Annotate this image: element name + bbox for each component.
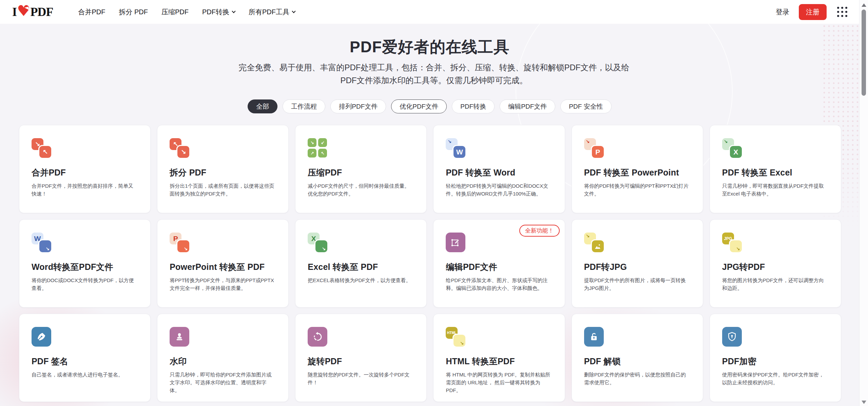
- pdf-to-powerpoint-icon: ↘P: [584, 138, 604, 158]
- filter-pill-organize-pdf[interactable]: 排列PDF文件: [330, 99, 386, 113]
- tool-title: 压缩PDF: [308, 167, 415, 178]
- nav-item-split-pdf[interactable]: 拆分 PDF: [119, 7, 148, 17]
- tool-title: 编辑PDF文件: [446, 261, 553, 273]
- tool-card-excel-to-pdf[interactable]: X↘Excel 转换至 PDF把EXCEL表格转换为PDF文件，以方便查看。: [295, 219, 427, 308]
- ilovepdf-logo[interactable]: I ♥ PDF: [12, 5, 53, 19]
- unlock-pdf-icon: [584, 327, 604, 347]
- nav-item-label: 所有PDF工具: [249, 7, 289, 17]
- nav-item-compress-pdf[interactable]: 压缩PDF: [161, 7, 189, 17]
- tool-card-rotate-pdf[interactable]: 旋转PDF随意旋转您的PDF文件。一次旋转多个PDF文件！: [295, 314, 427, 402]
- pdf-to-jpg-icon: ↘: [584, 233, 604, 252]
- header-actions: 登录 注册: [776, 4, 848, 20]
- tool-description: 将PPT转换为PDF文件，与原来的PPT或PPTX文件完全一样，并保持最佳质量。: [170, 276, 277, 292]
- jpg-to-pdf-icon: JPG↘: [722, 233, 742, 252]
- tool-description: 合并PDF文件，并按照您的喜好排序，简单又快速！: [32, 182, 139, 198]
- rotate-pdf-icon: [308, 327, 327, 347]
- tool-title: PowerPoint 转换至 PDF: [170, 261, 277, 273]
- filter-pill-workflow[interactable]: 工作流程: [283, 99, 325, 113]
- nav-item-merge-pdf[interactable]: 合并PDF: [78, 7, 105, 17]
- tool-card-pdf-to-powerpoint[interactable]: ↘PPDF 转换至 PowerPoint将你的PDF转换为可编辑的PPT和PPT…: [572, 125, 703, 213]
- tool-card-protect-pdf[interactable]: PDF加密使用密码来保护PDF文件。给PDF文件加密，以防止未经授权的访问。: [710, 314, 841, 402]
- pdf-to-word-icon: ↘W: [446, 138, 465, 158]
- watermark-pdf-icon: [170, 327, 189, 347]
- excel-to-pdf-icon: X↘: [308, 233, 327, 252]
- filter-pill-all[interactable]: 全部: [248, 99, 277, 113]
- protect-pdf-icon: [722, 327, 742, 347]
- tool-title: PDF 签名: [32, 356, 139, 367]
- tool-card-compress-pdf[interactable]: ↘↙↗↖压缩PDF减小PDF文件的尺寸，但同时保持最佳质量。优化您的PDF文件。: [295, 125, 427, 213]
- heart-icon: ♥: [17, 4, 30, 18]
- tool-card-pdf-to-jpg[interactable]: ↘PDF转JPG提取PDF文件中的所有图片，或将每一页转换为JPG图片。: [572, 219, 703, 308]
- tool-card-word-to-pdf[interactable]: W↘Word转换至PDF文件将你的DOC或DOCX文件转换为PDF，以方便查看。: [19, 219, 151, 308]
- sign-pdf-icon: [32, 327, 51, 347]
- tool-description: 只需几秒钟，即可给你的PDF文件添加图片或文字水印。可选择水印的位置、透明度和字…: [170, 371, 277, 394]
- nav-item-label: PDF转换: [202, 7, 229, 17]
- tool-title: PDF 转换至 Word: [446, 167, 553, 178]
- tool-filter-bar: 全部工作流程排列PDF文件优化PDF文件PDF转换编辑PDF文件PDF 安全性: [0, 99, 859, 113]
- page-title: PDF爱好者的在线工具: [0, 37, 859, 58]
- new-feature-badge: 全新功能！: [519, 225, 560, 237]
- filter-pill-optimize-pdf[interactable]: 优化PDF文件: [391, 99, 447, 113]
- tool-description: 轻松地把PDF转换为可编辑的DOC和DOCX文件。转换后的WORD文件几乎100…: [446, 182, 553, 198]
- tool-title: PDF 转换至 Excel: [722, 167, 829, 178]
- tool-card-powerpoint-to-pdf[interactable]: P↘PowerPoint 转换至 PDF将PPT转换为PDF文件，与原来的PPT…: [157, 219, 289, 308]
- tool-title: PDF加密: [722, 356, 829, 367]
- tool-title: HTML 转换至PDF: [446, 356, 553, 367]
- pdf-to-excel-icon: ↘X: [722, 138, 742, 158]
- top-navbar: I ♥ PDF 合并PDF拆分 PDF压缩PDFPDF转换所有PDF工具 登录 …: [0, 0, 859, 24]
- tool-description: 把EXCEL表格转换为PDF文件，以方便查看。: [308, 276, 415, 284]
- tool-description: 使用密码来保护PDF文件。给PDF文件加密，以防止未经授权的访问。: [722, 371, 829, 386]
- tool-title: PDF 转换至 PowerPoint: [584, 167, 691, 178]
- compress-pdf-icon: ↘↙↗↖: [308, 138, 327, 158]
- tool-card-pdf-to-excel[interactable]: ↘XPDF 转换至 Excel只需几秒钟，即可将数据直接从PDF文件提取至Exc…: [710, 125, 841, 213]
- tool-card-html-to-pdf[interactable]: HTML↘HTML 转换至PDF将 HTML 中的网页转换为 PDF。复制并粘贴…: [433, 314, 565, 402]
- tool-title: PDF 解锁: [584, 356, 691, 367]
- tool-card-pdf-to-word[interactable]: ↘WPDF 转换至 Word轻松地把PDF转换为可编辑的DOC和DOCX文件。转…: [433, 125, 565, 213]
- tool-title: 合并PDF: [32, 167, 139, 178]
- tool-description: 将你的DOC或DOCX文件转换为PDF，以方便查看。: [32, 276, 139, 292]
- logo-suffix: PDF: [30, 5, 53, 19]
- scrollbar: [859, 0, 868, 406]
- tool-card-watermark-pdf[interactable]: 水印只需几秒钟，即可给你的PDF文件添加图片或文字水印。可选择水印的位置、透明度…: [157, 314, 289, 402]
- tool-title: Word转换至PDF文件: [32, 261, 139, 273]
- tool-description: 随意旋转您的PDF文件。一次旋转多个PDF文件！: [308, 371, 415, 386]
- tool-description: 只需几秒钟，即可将数据直接从PDF文件提取至Excel 电子表格中。: [722, 182, 829, 198]
- nav-item-all-pdf-tools[interactable]: 所有PDF工具: [249, 7, 295, 17]
- scrollbar-up-arrow[interactable]: [862, 3, 866, 7]
- nav-item-pdf-convert[interactable]: PDF转换: [202, 7, 235, 17]
- tool-description: 给PDF文件添加文本、图片、形状或手写的注释。编辑已添加内容的大小、字体和颜色。: [446, 276, 553, 292]
- tool-description: 减小PDF文件的尺寸，但同时保持最佳质量。优化您的PDF文件。: [308, 182, 415, 198]
- register-button[interactable]: 注册: [799, 4, 827, 20]
- filter-pill-edit-pdf[interactable]: 编辑PDF文件: [500, 99, 555, 113]
- powerpoint-to-pdf-icon: P↘: [170, 233, 189, 252]
- filter-pill-pdf-security[interactable]: PDF 安全性: [560, 99, 611, 113]
- tool-title: 水印: [170, 356, 277, 367]
- tool-description: 将您的图片转换为PDF文件，还可以调整方向和边距。: [722, 276, 829, 292]
- tool-card-jpg-to-pdf[interactable]: JPG↘JPG转PDF将您的图片转换为PDF文件，还可以调整方向和边距。: [710, 219, 841, 308]
- page: I ♥ PDF 合并PDF拆分 PDF压缩PDFPDF转换所有PDF工具 登录 …: [0, 0, 868, 406]
- nav-item-label: 拆分 PDF: [119, 7, 148, 17]
- tool-card-merge-pdf[interactable]: ↘↖合并PDF合并PDF文件，并按照您的喜好排序，简单又快速！: [19, 125, 151, 213]
- edit-pdf-icon: [446, 233, 465, 252]
- tool-description: 将 HTML 中的网页转换为 PDF。复制并粘贴所需页面的 URL地址， 然后一…: [446, 371, 553, 394]
- page-subtitle: 完全免费、易于使用、丰富的PDF处理工具，包括：合并、拆分、压缩、转换、旋转和解…: [234, 61, 634, 87]
- login-link[interactable]: 登录: [776, 7, 789, 17]
- word-to-pdf-icon: W↘: [32, 233, 51, 252]
- tool-title: 拆分 PDF: [170, 167, 277, 178]
- tool-card-edit-pdf[interactable]: 全新功能！编辑PDF文件给PDF文件添加文本、图片、形状或手写的注释。编辑已添加…: [433, 219, 565, 308]
- tool-card-split-pdf[interactable]: ↖↘拆分 PDF拆分出1个页面，或者所有页面，以便将这些页面转换为独立的PDF文…: [157, 125, 289, 213]
- tool-description: 提取PDF文件中的所有图片，或将每一页转换为JPG图片。: [584, 276, 691, 292]
- apps-grid-icon[interactable]: [836, 6, 848, 18]
- scrollbar-thumb[interactable]: [862, 10, 866, 96]
- merge-pdf-icon: ↘↖: [32, 138, 51, 158]
- html-to-pdf-icon: HTML↘: [446, 327, 465, 347]
- tool-card-sign-pdf[interactable]: PDF 签名自己签名，或者请求他人进行电子签名。: [19, 314, 151, 402]
- nav-item-label: 压缩PDF: [161, 7, 189, 17]
- tool-description: 自己签名，或者请求他人进行电子签名。: [32, 371, 139, 379]
- split-pdf-icon: ↖↘: [170, 138, 189, 158]
- filter-pill-convert-pdf[interactable]: PDF转换: [452, 99, 495, 113]
- tool-card-unlock-pdf[interactable]: PDF 解锁删除PDF文件的保护密码，以便您按照自己的需求使用它。: [572, 314, 703, 402]
- scrollbar-down-arrow[interactable]: [862, 401, 866, 404]
- tool-description: 将你的PDF转换为可编辑的PPT和PPTX幻灯片文件。: [584, 182, 691, 198]
- tool-description: 拆分出1个页面，或者所有页面，以便将这些页面转换为独立的PDF文件。: [170, 182, 277, 198]
